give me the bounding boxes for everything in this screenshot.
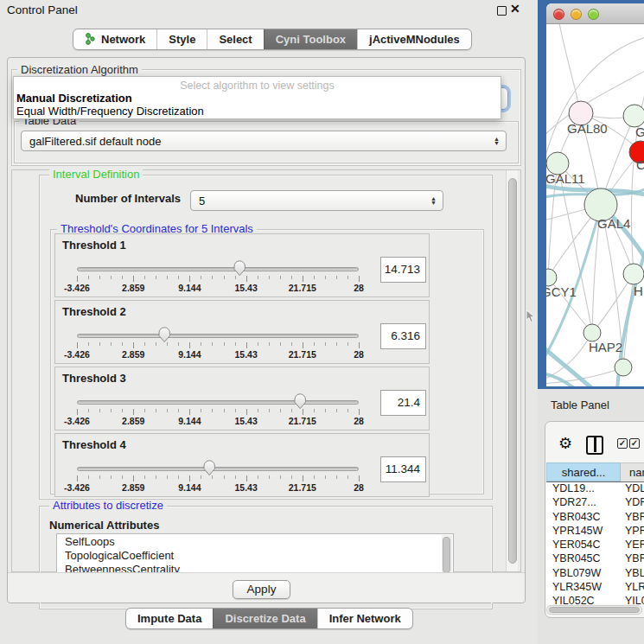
slider-tick — [111, 342, 112, 346]
table-data-combo[interactable]: galFiltered.sif default node ▲▼ — [21, 131, 507, 151]
table-row[interactable]: YBL079WYBL0 — [546, 567, 644, 581]
tab-cyni-toolbox[interactable]: Cyni Toolbox — [264, 29, 357, 49]
slider-track[interactable] — [77, 400, 359, 405]
horizontal-scrollbar[interactable] — [546, 605, 642, 615]
close-button[interactable] — [553, 9, 564, 20]
slider-scale-label: -3.426 — [55, 283, 99, 293]
slider-scale-label: -3.426 — [55, 416, 99, 426]
columns-icon[interactable] — [586, 436, 603, 455]
table-cell[interactable]: YBR0 — [621, 511, 644, 525]
slider-scale-label: 15.43 — [225, 283, 268, 293]
slider-tick — [99, 409, 100, 412]
number-of-intervals-combo[interactable]: 5 ▲▼ — [190, 190, 443, 211]
column-header-name[interactable]: name — [621, 462, 644, 481]
tab-impute-data[interactable]: Impute Data — [126, 609, 213, 628]
table-row[interactable]: YER054CYER0 — [546, 539, 644, 552]
gear-icon[interactable]: ⚙ — [558, 434, 572, 453]
mouse-cursor — [526, 310, 537, 324]
list-item[interactable]: TopologicalCoefficient — [57, 548, 453, 562]
table-cell[interactable]: YLR3 — [621, 581, 644, 595]
table-cell[interactable]: YBR045C — [546, 552, 621, 566]
slider-tick — [88, 276, 89, 279]
threshold-label: Threshold 4 — [62, 438, 126, 451]
slider-tick — [224, 342, 225, 346]
table-cell[interactable]: YER054C — [546, 539, 621, 552]
network-icon — [85, 33, 96, 46]
combo-spinner-icon[interactable]: ▲▼ — [494, 131, 500, 150]
table-cell[interactable]: YBL079W — [546, 567, 621, 581]
tab-select[interactable]: Select — [207, 29, 263, 49]
horizontal-scrollbar-thumb[interactable] — [549, 607, 640, 613]
table-row[interactable]: YBR043CYBR0 — [546, 511, 644, 525]
table-cell[interactable]: YLR345W — [546, 581, 621, 595]
table-cell[interactable]: YPR145W — [546, 525, 621, 539]
vertical-scrollbar[interactable] — [506, 170, 518, 571]
tab-infer-network[interactable]: Infer Network — [317, 609, 412, 628]
table-row[interactable]: YDR27...YDR2 — [546, 496, 644, 510]
slider-track[interactable] — [77, 334, 359, 338]
table-cell[interactable]: YDR27... — [546, 496, 621, 510]
slider-thumb[interactable] — [202, 459, 216, 477]
slider-tick — [325, 276, 326, 279]
network-node[interactable] — [623, 264, 644, 284]
vertical-scrollbar-thumb[interactable] — [508, 178, 517, 564]
network-canvas[interactable]: GAL80GCGAL11GAL4GCY1HHAP2 — [546, 24, 644, 386]
table-cell[interactable]: YBL0 — [621, 567, 644, 581]
checkbox-icon[interactable]: ✓ — [617, 438, 628, 449]
slider-tick — [189, 475, 190, 481]
table-cell[interactable]: YDL19... — [546, 482, 621, 496]
slider-scale-label: 9.144 — [168, 349, 211, 360]
slider-thumb[interactable] — [233, 259, 246, 277]
apply-button[interactable]: Apply — [233, 580, 290, 599]
table-cell[interactable]: YDR2 — [621, 496, 644, 510]
tab-discretize-data[interactable]: Discretize Data — [213, 609, 316, 628]
tab-network[interactable]: Network — [73, 29, 156, 49]
table-cell[interactable]: YIL0 — [621, 595, 644, 604]
tab-jactivemnodules[interactable]: jActiveMNodules — [357, 29, 471, 49]
float-window-icon[interactable] — [497, 6, 507, 16]
network-node[interactable] — [615, 359, 632, 376]
table-cell[interactable]: YIL052C — [546, 595, 621, 604]
tab-label: Style — [169, 33, 195, 46]
table-cell[interactable]: YER0 — [621, 539, 644, 552]
dropdown-option-equal-width[interactable]: Equal Width/Frequency Discretization — [14, 104, 501, 117]
threshold-value-field[interactable]: 6.316 — [380, 323, 426, 349]
table-cell[interactable]: YBR043C — [546, 511, 621, 525]
table-cell[interactable]: YBR0 — [621, 552, 644, 566]
slider-track[interactable] — [77, 267, 359, 271]
table-row[interactable]: YLR345WYLR3 — [546, 581, 644, 595]
checkbox-icon[interactable]: ✓ — [629, 438, 640, 449]
slider-tick — [359, 409, 360, 415]
slider-scale-label: 28 — [337, 283, 380, 293]
table-row[interactable]: YIL052CYIL0 — [546, 595, 644, 604]
attributes-section-title: Attributes to discretize — [49, 500, 167, 511]
table-row[interactable]: YDL19...YDL1 — [546, 482, 644, 496]
dropdown-option-manual[interactable]: Manual Discretization — [14, 91, 501, 104]
slider-tick — [201, 409, 201, 412]
close-icon[interactable]: ✕ — [510, 2, 520, 16]
network-node[interactable] — [583, 324, 601, 341]
slider-tick — [258, 342, 258, 346]
tab-style[interactable]: Style — [156, 29, 207, 49]
table-cell[interactable]: YDL1 — [621, 482, 644, 496]
slider-thumb[interactable] — [157, 326, 171, 344]
minimize-button[interactable] — [571, 9, 582, 20]
table-row[interactable]: YBR045CYBR0 — [546, 552, 644, 566]
threshold-value-field[interactable]: 14.713 — [380, 257, 426, 283]
zoom-button[interactable] — [588, 9, 599, 20]
table-cell[interactable]: YPR1 — [621, 525, 644, 539]
slider-tick — [258, 276, 258, 279]
network-node[interactable] — [546, 269, 557, 286]
list-scrollbar-thumb[interactable] — [443, 537, 450, 573]
network-window: GAL80GCGAL11GAL4GCY1HHAP2 — [546, 3, 644, 386]
threshold-value-field[interactable]: 21.4 — [380, 390, 426, 416]
slider-track[interactable] — [77, 467, 359, 471]
threshold-value-field[interactable]: 11.344 — [380, 456, 426, 482]
list-item[interactable]: SelfLoops — [57, 534, 453, 548]
network-window-titlebar[interactable] — [546, 3, 644, 24]
table-row[interactable]: YPR145WYPR1 — [546, 525, 644, 539]
slider-thumb[interactable] — [293, 392, 307, 411]
column-header-shared[interactable]: shared... — [546, 462, 621, 481]
slider-tick — [336, 276, 337, 279]
combo-spinner-icon[interactable]: ▲▼ — [430, 191, 437, 210]
